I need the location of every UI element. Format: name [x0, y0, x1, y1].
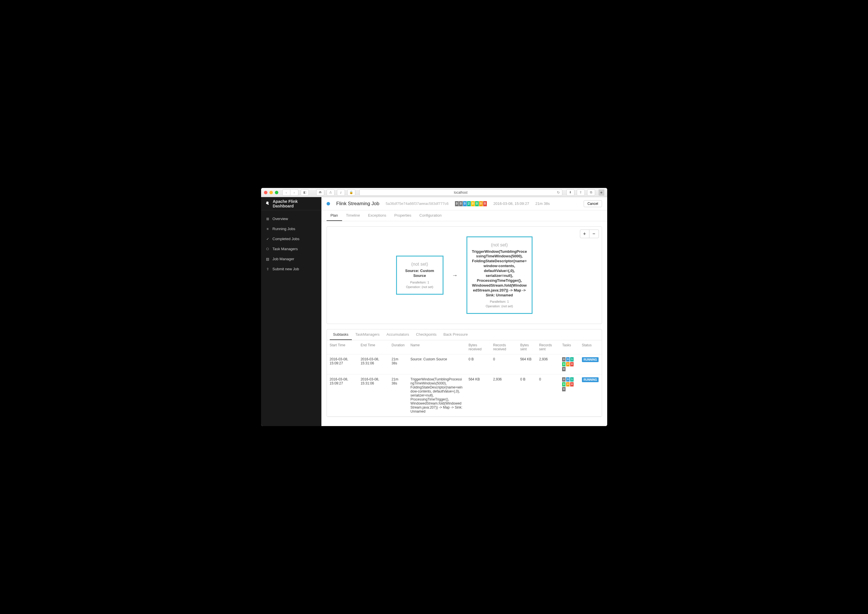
- upload-icon: ⇧: [266, 267, 270, 271]
- counter-badge: 0: [459, 201, 463, 206]
- cell-end: 2016-03-08, 15:31:06: [358, 374, 389, 417]
- plan-graph[interactable]: (not set) Source: Custom Source Parallel…: [327, 227, 602, 324]
- table-row[interactable]: 2016-03-08, 15:09:27 2016-03-08, 15:31:0…: [327, 374, 602, 417]
- sidebar-item-task-managers[interactable]: ⚇ Task Managers: [261, 244, 321, 254]
- status-badge: RUNNING: [582, 377, 599, 382]
- cancel-button[interactable]: Cancel: [583, 200, 602, 207]
- share-button[interactable]: ⇪: [577, 189, 585, 196]
- window-close-button[interactable]: [264, 191, 268, 194]
- plan-node-source[interactable]: (not set) Source: Custom Source Parallel…: [396, 256, 443, 295]
- counter-badge: 2: [467, 201, 471, 206]
- subtab-taskmanagers[interactable]: TaskManagers: [352, 329, 383, 340]
- cell-duration: 21m 38s: [389, 354, 408, 374]
- subtask-table: Start Time End Time Duration Name Bytes …: [327, 340, 602, 417]
- table-row[interactable]: 2016-03-08, 15:09:27 2016-03-08, 15:31:0…: [327, 354, 602, 374]
- plan-graph-panel: + − (not set) Source: Custom Source Para…: [327, 226, 602, 324]
- window-minimize-button[interactable]: [269, 191, 273, 194]
- url-text: localhost: [454, 191, 467, 195]
- task-badge: 0: [566, 382, 569, 386]
- subtab-backpressure[interactable]: Back Pressure: [440, 329, 471, 340]
- sidebar-item-overview[interactable]: ⊞ Overview: [261, 214, 321, 224]
- app-body: Apache Flink Dashboard ⊞ Overview ≡ Runn…: [261, 197, 607, 426]
- shield-icon: ◓: [319, 191, 322, 194]
- share-icon: ⇪: [579, 191, 582, 194]
- job-tabs: Plan Timeline Exceptions Properties Conf…: [321, 210, 607, 221]
- job-timestamp: 2016-03-08, 15:09:27: [493, 202, 529, 206]
- plan-node-window[interactable]: (not set) TriggerWindow(TumblingProcessi…: [467, 236, 532, 314]
- tabs-icon: ⧉: [590, 191, 592, 194]
- col-end-time[interactable]: End Time: [358, 340, 389, 354]
- counter-badge: 0: [483, 201, 487, 206]
- address-bar[interactable]: localhost ↻: [359, 189, 562, 196]
- job-duration: 21m 38s: [535, 202, 550, 206]
- cell-records-recv: 2,936: [490, 374, 517, 417]
- task-badge: 0: [562, 357, 566, 361]
- col-status[interactable]: Status: [579, 340, 602, 354]
- lock-button[interactable]: 🔒: [347, 189, 355, 196]
- tab-timeline[interactable]: Timeline: [342, 210, 364, 221]
- reload-icon[interactable]: ↻: [557, 191, 560, 195]
- tab-configuration[interactable]: Configuration: [415, 210, 445, 221]
- sidebar-item-label: Running Jobs: [272, 227, 296, 231]
- counter-badge: 0: [463, 201, 467, 206]
- sidebar-toggle-button[interactable]: ◧: [301, 189, 309, 196]
- subtab-checkpoints[interactable]: Checkpoints: [412, 329, 440, 340]
- new-tab-button[interactable]: +: [599, 189, 604, 196]
- task-counters: 0 0 0 2 0 0 0 0: [455, 201, 487, 206]
- cell-records-sent: 0: [536, 374, 559, 417]
- plus-icon: +: [600, 190, 602, 195]
- content-area: + − (not set) Source: Custom Source Para…: [321, 221, 607, 422]
- col-records-sent[interactable]: Records sent: [536, 340, 559, 354]
- counter-badge: 0: [479, 201, 483, 206]
- nav-back-button[interactable]: ‹: [282, 189, 290, 196]
- window-zoom-button[interactable]: [275, 191, 278, 194]
- warning-button[interactable]: ⚠: [327, 189, 334, 196]
- downloads-button[interactable]: ⬇: [566, 189, 574, 196]
- subtask-panel: Subtasks TaskManagers Accumulators Check…: [327, 329, 602, 417]
- sidebar: Apache Flink Dashboard ⊞ Overview ≡ Runn…: [261, 197, 321, 426]
- node-parallelism: Parallelism: 1: [471, 300, 527, 303]
- task-badge: 0: [570, 382, 574, 386]
- subtab-subtasks[interactable]: Subtasks: [330, 329, 352, 340]
- dashboard-icon: ⊞: [266, 217, 270, 221]
- tab-properties[interactable]: Properties: [390, 210, 415, 221]
- col-duration[interactable]: Duration: [389, 340, 408, 354]
- task-badge: 1: [570, 377, 574, 381]
- node-operation: Operation: (not set): [401, 285, 439, 288]
- col-name[interactable]: Name: [408, 340, 466, 354]
- main-content: Flink Streaming Job 5a36df75e74a66f37aee…: [321, 197, 607, 426]
- info-button[interactable]: I: [337, 189, 345, 196]
- task-badge: 0: [566, 362, 569, 366]
- tab-exceptions[interactable]: Exceptions: [364, 210, 390, 221]
- counter-badge: 0: [455, 201, 459, 206]
- job-id: 5a36df75e74a66f37aeeac583df777c6: [386, 202, 449, 206]
- col-start-time[interactable]: Start Time: [327, 340, 358, 354]
- task-badge: 0: [562, 367, 566, 371]
- subtab-accumulators[interactable]: Accumulators: [383, 329, 413, 340]
- task-badge: 0: [570, 362, 574, 366]
- col-tasks[interactable]: Tasks: [559, 340, 579, 354]
- traffic-lights: [264, 191, 278, 194]
- col-records-received[interactable]: Records received: [490, 340, 517, 354]
- sidebar-item-job-manager[interactable]: ▤ Job Manager: [261, 254, 321, 264]
- table-header-row: Start Time End Time Duration Name Bytes …: [327, 340, 602, 354]
- node-title: TriggerWindow(TumblingProcessingTimeWind…: [471, 249, 527, 298]
- nav-forward-button[interactable]: ›: [290, 189, 299, 196]
- lock-icon: 🔒: [349, 191, 353, 194]
- node-title: Source: Custom Source: [401, 268, 439, 278]
- chevron-right-icon: ›: [294, 191, 295, 194]
- node-subtitle: (not set): [471, 242, 527, 248]
- privacy-button[interactable]: ◓: [316, 189, 324, 196]
- cell-bytes-recv: 564 KB: [466, 374, 490, 417]
- cell-end: 2016-03-08, 15:31:06: [358, 354, 389, 374]
- sitemap-icon: ⚇: [266, 247, 270, 251]
- app-title: Apache Flink Dashboard: [273, 199, 317, 208]
- sidebar-item-running-jobs[interactable]: ≡ Running Jobs: [261, 224, 321, 234]
- col-bytes-sent[interactable]: Bytes sent: [517, 340, 536, 354]
- tabs-button[interactable]: ⧉: [587, 189, 595, 196]
- cell-records-sent: 2,936: [536, 354, 559, 374]
- sidebar-item-completed-jobs[interactable]: ✓ Completed Jobs: [261, 234, 321, 244]
- col-bytes-received[interactable]: Bytes received: [466, 340, 490, 354]
- tab-plan[interactable]: Plan: [327, 210, 342, 221]
- sidebar-item-submit-job[interactable]: ⇧ Submit new Job: [261, 264, 321, 274]
